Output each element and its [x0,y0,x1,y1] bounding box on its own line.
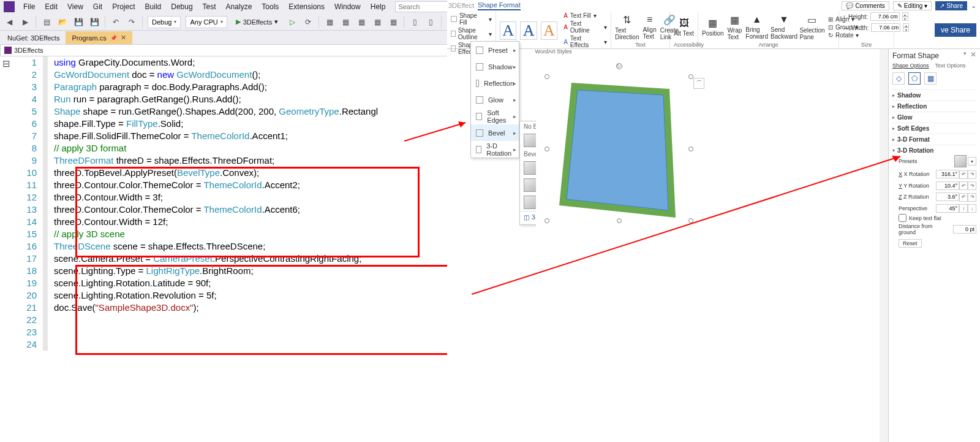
no-bevel-option[interactable] [524,134,537,147]
menu-debug[interactable]: Debug [166,1,197,12]
distance-input[interactable] [953,225,976,234]
document-canvas[interactable]: ⌒ [536,55,842,442]
alt-text-button[interactable]: 🖼Alt Text [674,18,694,37]
tb-icon[interactable]: ▯ [425,17,436,28]
shape-fill-button[interactable]: Shape Fill ▾ [451,12,492,26]
align-text-button[interactable]: ≡Align Text [643,14,656,40]
nav-fwd-icon[interactable]: ▶ [20,17,31,28]
editing-button[interactable]: ✎ Editing ▾ [893,1,932,10]
menu-build[interactable]: Build [140,1,167,12]
shape-selection[interactable]: ⌒ [547,77,691,221]
start-noDebug-icon[interactable]: ▷ [287,17,298,28]
wordart-style-1[interactable]: A [500,21,516,40]
fill-line-icon[interactable]: ◇ [892,72,905,85]
comments-button[interactable]: 💬 Comments [842,1,889,10]
nav-back-icon[interactable]: ◀ [4,17,15,28]
selection-pane-button[interactable]: ▭Selection Pane [800,14,824,40]
send-back-button[interactable]: ▼Send Backward [772,14,796,40]
menu-help[interactable]: Help [366,1,391,12]
x-rotation-input[interactable] [936,170,959,178]
share-big-button[interactable]: ve Share [935,23,976,37]
section-toggle[interactable]: ▸3-D Format [892,136,976,143]
share-button[interactable]: ↗ Share [935,1,967,10]
perspective-input[interactable] [936,204,959,213]
tb-icon[interactable]: ▯ [409,17,420,28]
reset-button[interactable]: Reset [899,239,922,248]
rotate-right-icon[interactable]: ↷ [968,170,976,179]
tab-nuget[interactable]: NuGet: 3DEffects [1,31,66,44]
text-effects-button[interactable]: AText Effects ▾ [564,35,607,48]
menu-project[interactable]: Project [107,1,140,12]
save-all-icon[interactable]: 💾 [89,17,100,28]
menu-view[interactable]: View [62,1,88,12]
close-icon[interactable]: ✕ [121,34,126,42]
fx-reflection[interactable]: Reflection▸ [471,75,519,91]
layout-options-icon[interactable]: ⌒ [693,78,704,89]
shape-outline-button[interactable]: Shape Outline ▾ [451,27,492,40]
bevel-option[interactable] [524,178,537,192]
redo-icon[interactable]: ↷ [126,17,137,28]
menu-git[interactable]: Git [88,1,107,12]
rotate-handle[interactable] [616,63,622,69]
menu-test[interactable]: Test [198,1,221,12]
tb-icon[interactable]: ▦ [356,17,367,28]
effects-icon[interactable]: ⬠ [908,72,921,85]
keep-text-flat-checkbox[interactable] [899,214,907,222]
bevel-option[interactable] [524,161,537,175]
ribbon-collapse-icon[interactable]: ⌄ [971,2,976,10]
section-toggle[interactable]: ▸Reflection [892,103,976,110]
position-button[interactable]: ▦Position [702,17,724,37]
fx-soft-edges[interactable]: Soft Edges▸ [471,108,519,124]
outline-toggle[interactable]: ⊟ [0,56,12,351]
rotate-left-icon[interactable]: ↶ [959,170,968,179]
shape-format-tab[interactable]: Shape Format [478,1,521,10]
fx-glow[interactable]: Glow▸ [471,91,519,108]
bevel-option[interactable] [524,196,537,209]
tb-icon[interactable]: ▦ [340,17,351,28]
pin-icon[interactable]: 📌 [110,35,117,41]
config-combo[interactable]: Debug▾ [148,16,181,28]
vertical-scrollbar[interactable] [880,49,888,442]
platform-combo[interactable]: Any CPU▾ [186,16,227,28]
menu-extensions[interactable]: Extensions [284,1,330,12]
pane-menu-icon[interactable]: ▾ [963,50,967,56]
fx-preset[interactable]: Preset▸ [471,42,519,58]
menu-tools[interactable]: Tools [257,1,284,12]
new-file-icon[interactable]: ▤ [41,17,52,28]
text-fill-button[interactable]: AText Fill ▾ [564,12,607,19]
rotation-preset[interactable] [954,155,967,167]
section-toggle[interactable]: ▸Shadow [892,92,976,99]
section-toggle[interactable]: ▸Glow [892,114,976,121]
menu-edit[interactable]: Edit [40,1,62,12]
tab-program-cs[interactable]: Program.cs 📌 ✕ [66,31,132,44]
z-rotation-input[interactable] [936,192,959,201]
tb-icon[interactable]: ▦ [372,17,383,28]
fx--d-rotation[interactable]: 3-D Rotation▸ [471,141,519,158]
fx-shadow[interactable]: Shadow▸ [471,58,519,75]
menu-file[interactable]: File [18,1,40,12]
step-icon[interactable]: ⟳ [303,17,314,28]
text-options-tab[interactable]: Text Options [935,63,966,69]
fx-bevel[interactable]: Bevel▸ [471,124,519,141]
menu-analyze[interactable]: Analyze [221,1,257,12]
shape-3d[interactable] [547,77,691,221]
wrap-button[interactable]: ▦Wrap Text [728,14,742,40]
menu-window[interactable]: Window [330,1,366,12]
close-icon[interactable]: ✕ [970,50,976,59]
section-toggle[interactable]: ▸Soft Edges [892,125,976,132]
size-props-icon[interactable]: ▦ [924,72,937,85]
text-direction-button[interactable]: ⇅Text Direction [615,14,639,40]
start-button[interactable]: ▶3DEffects▾ [232,18,282,26]
y-rotation-input[interactable] [936,181,959,190]
open-file-icon[interactable]: 📂 [57,17,68,28]
wordart-style-3[interactable]: A [541,21,557,40]
wordart-style-2[interactable]: A [520,21,537,40]
text-outline-button[interactable]: AText Outline ▾ [564,20,607,34]
shape-options-tab[interactable]: Shape Options [892,63,929,69]
bring-fwd-button[interactable]: ▲Bring Forward [745,14,768,40]
undo-icon[interactable]: ↶ [110,17,121,28]
chevron-down-icon[interactable]: ▾ [968,157,976,166]
save-icon[interactable]: 💾 [73,17,84,28]
tb-icon[interactable]: ▦ [324,17,335,28]
tb-icon[interactable]: ▦ [388,17,399,28]
